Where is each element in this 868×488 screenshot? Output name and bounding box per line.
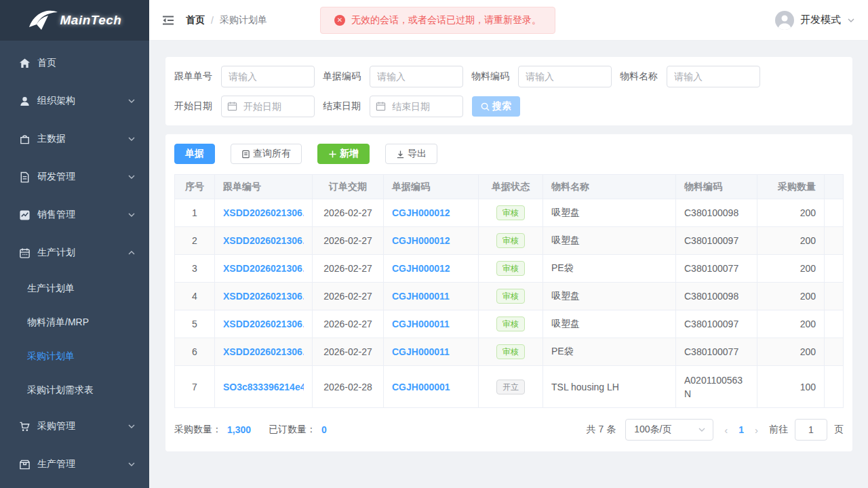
sidebar-item-home[interactable]: 首页: [0, 44, 149, 82]
sidebar-item-sales[interactable]: 销售管理: [0, 196, 149, 234]
doc-button[interactable]: 单据: [174, 144, 215, 164]
sidebar-item-label: 研发管理: [37, 171, 127, 183]
order-no-link[interactable]: XSDD2026021306…: [223, 291, 304, 302]
table-row: 7 SO3c833396214e40 2026-02-28 CGJH000001…: [175, 366, 844, 408]
production-plan-submenu: 生产计划单 物料清单/MRP 采购计划单 采购计划需求表: [0, 272, 149, 407]
current-page[interactable]: 1: [738, 424, 744, 435]
status-badge: 审核: [496, 289, 525, 304]
avatar: [775, 11, 794, 30]
col-order-no: 跟单编号: [215, 175, 313, 199]
doc-no-link[interactable]: CGJH000012: [392, 207, 470, 218]
home-icon: [19, 58, 31, 69]
goto-page-input[interactable]: [795, 419, 827, 441]
prev-page-button[interactable]: ‹: [723, 424, 729, 436]
sidebar-subitem-production-plan-order[interactable]: 生产计划单: [0, 272, 149, 306]
order-no-link[interactable]: XSDD2026021306…: [223, 207, 304, 218]
cart-icon: [19, 421, 31, 432]
order-no-link[interactable]: SO3c833396214e40: [223, 382, 304, 392]
doc-no-link[interactable]: CGJH000012: [392, 263, 470, 274]
doc-no-link[interactable]: CGJH000011: [392, 346, 470, 357]
breadcrumb: 首页 / 采购计划单: [186, 14, 267, 26]
doc-no-link[interactable]: CGJH000011: [392, 291, 470, 302]
sidebar-item-master-data[interactable]: 主数据: [0, 120, 149, 158]
chevron-down-icon: [127, 173, 136, 181]
cell-qty: 200: [757, 255, 825, 283]
doc-no-link[interactable]: CGJH000011: [392, 319, 470, 329]
filter-label: 跟单单号: [174, 70, 212, 83]
breadcrumb-root[interactable]: 首页: [186, 14, 205, 26]
doc-no-input[interactable]: [370, 66, 463, 87]
sidebar-fold-icon[interactable]: [161, 14, 175, 27]
chevron-down-icon: [127, 211, 136, 219]
table-row: 1 XSDD2026021306… 2026-02-27 CGJH000012 …: [175, 199, 844, 227]
chevron-down-icon: [127, 135, 136, 143]
alert-message: 无效的会话，或者会话已过期，请重新登录。: [351, 14, 541, 26]
doc-no-link[interactable]: CGJH000001: [392, 382, 470, 392]
table-row: 6 XSDD2026021306… 2026-02-27 CGJH000011 …: [175, 338, 844, 366]
chevron-up-icon: [127, 249, 136, 257]
filter-label: 物料名称: [620, 70, 658, 83]
order-no-link[interactable]: XSDD2026021306…: [223, 319, 304, 329]
submenu-label: 物料清单/MRP: [27, 317, 89, 329]
chevron-down-icon: [847, 16, 855, 24]
total-count: 共 7 条: [587, 424, 616, 436]
cell-material: 吸塑盘: [543, 227, 676, 255]
query-all-button[interactable]: 查询所有: [231, 144, 302, 164]
cell-material: 吸塑盘: [543, 283, 676, 310]
sidebar-item-purchasing[interactable]: 采购管理: [0, 407, 149, 445]
cell-extra: [825, 310, 844, 338]
chevron-down-icon: [698, 426, 706, 434]
table-row: 5 XSDD2026021306… 2026-02-27 CGJH000011 …: [175, 310, 844, 338]
sidebar-item-production-plan[interactable]: 生产计划: [0, 234, 149, 272]
page-size-select[interactable]: 100条/页: [625, 419, 713, 441]
purchase-qty-value: 1,300: [227, 424, 251, 435]
chevron-down-icon: [127, 460, 136, 468]
status-badge: 开立: [496, 380, 525, 394]
material-code-input[interactable]: [518, 66, 612, 87]
next-page-button[interactable]: ›: [753, 424, 760, 436]
cell-material-code: C380100098: [676, 199, 757, 227]
cell-seq: 2: [175, 227, 215, 255]
table-row: 3 XSDD2026021306… 2026-02-27 CGJH000012 …: [175, 255, 844, 283]
sidebar-item-rnd[interactable]: 研发管理: [0, 158, 149, 196]
cell-extra: [825, 255, 844, 283]
cell-delivery: 2026-02-27: [313, 227, 384, 255]
filter-label: 单据编码: [323, 70, 361, 83]
sidebar-subitem-purchase-plan-demand[interactable]: 采购计划需求表: [0, 373, 149, 407]
user-menu[interactable]: 开发模式: [775, 11, 855, 30]
cell-delivery: 2026-02-27: [313, 338, 384, 366]
order-no-link[interactable]: XSDD2026021306…: [223, 346, 304, 357]
doc-no-link[interactable]: CGJH000012: [392, 235, 470, 246]
cell-delivery: 2026-02-27: [313, 199, 384, 227]
col-doc-no: 单据编码: [384, 175, 479, 199]
export-button[interactable]: 导出: [385, 144, 437, 164]
chart-icon: [19, 209, 31, 221]
order-no-link[interactable]: XSDD2026021306…: [223, 263, 304, 274]
cell-material-code: C380100097: [676, 227, 757, 255]
col-seq: 序号: [175, 175, 215, 199]
status-badge: 审核: [496, 261, 525, 276]
filter-order-no: 跟单单号: [174, 66, 315, 87]
search-button[interactable]: 搜索: [472, 96, 520, 117]
status-badge: 审核: [496, 205, 525, 220]
order-no-link[interactable]: XSDD2026021306…: [223, 235, 304, 246]
purchase-plan-table: 序号 跟单编号 订单交期 单据编码 单据状态 物料名称 物料编码 采购数量: [174, 174, 844, 408]
order-no-input[interactable]: [221, 66, 315, 87]
col-status: 单据状态: [479, 175, 543, 199]
cell-seq: 6: [175, 338, 215, 366]
sidebar-item-manufacturing[interactable]: 生产管理: [0, 445, 149, 483]
cell-qty: 200: [757, 338, 825, 366]
status-badge: 审核: [496, 317, 525, 331]
sidebar-item-label: 销售管理: [37, 209, 127, 221]
add-button[interactable]: 新增: [317, 144, 370, 164]
sidebar-item-label: 组织架构: [37, 95, 127, 107]
ordered-qty-value: 0: [321, 424, 327, 435]
sidebar-subitem-bom-mrp[interactable]: 物料清单/MRP: [0, 306, 149, 340]
plus-icon: [328, 150, 337, 159]
submenu-label: 采购计划需求表: [27, 384, 94, 396]
bag-icon: [19, 134, 31, 145]
sidebar-item-org[interactable]: 组织架构: [0, 82, 149, 120]
query-doc-icon: [241, 150, 250, 159]
sidebar-subitem-purchase-plan-order[interactable]: 采购计划单: [0, 340, 149, 373]
material-name-input[interactable]: [667, 66, 760, 87]
